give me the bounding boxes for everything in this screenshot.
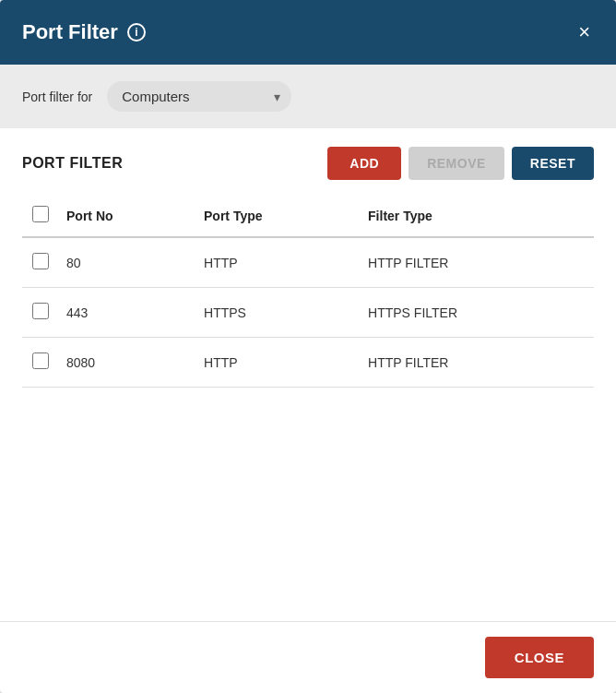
table-row: 80HTTPHTTP FILTER bbox=[22, 237, 594, 288]
table-header: Port No Port Type Filter Type bbox=[22, 195, 594, 237]
cell-port-no: 80 bbox=[59, 237, 196, 288]
table-body: 80HTTPHTTP FILTER443HTTPSHTTPS FILTER808… bbox=[22, 237, 594, 388]
col-port-no: Port No bbox=[59, 195, 196, 237]
row-checkbox-cell bbox=[22, 288, 59, 338]
port-filter-table: Port No Port Type Filter Type 80HTTPHTTP… bbox=[22, 195, 594, 388]
select-all-checkbox[interactable] bbox=[32, 206, 49, 222]
row-checkbox-cell bbox=[22, 338, 59, 388]
cell-port-type: HTTPS bbox=[196, 288, 361, 338]
modal-title-area: Port Filter i bbox=[22, 20, 146, 44]
info-icon[interactable]: i bbox=[127, 23, 146, 42]
modal-body: PORT FILTER ADD REMOVE RESET Port No Por… bbox=[0, 128, 616, 621]
port-filter-modal: Port Filter i × Port filter for Computer… bbox=[0, 0, 616, 693]
modal-footer: CLOSE bbox=[0, 621, 616, 693]
cell-port-no: 8080 bbox=[59, 338, 196, 388]
modal-header: Port Filter i × bbox=[0, 0, 616, 65]
row-checkbox-cell bbox=[22, 237, 59, 288]
col-filter-type: Filter Type bbox=[361, 195, 594, 237]
remove-button: REMOVE bbox=[409, 147, 504, 180]
filter-select-wrapper: Computers Servers Mobile Devices ▾ bbox=[107, 81, 291, 112]
filter-bar: Port filter for Computers Servers Mobile… bbox=[0, 65, 616, 128]
cell-filter-type: HTTPS FILTER bbox=[361, 288, 594, 338]
row-checkbox-0[interactable] bbox=[32, 253, 49, 269]
cell-port-type: HTTP bbox=[196, 338, 361, 388]
toolbar-buttons: ADD REMOVE RESET bbox=[327, 147, 594, 180]
port-filter-toolbar: PORT FILTER ADD REMOVE RESET bbox=[22, 147, 594, 180]
row-checkbox-1[interactable] bbox=[32, 303, 49, 319]
port-filter-section-title: PORT FILTER bbox=[22, 155, 123, 172]
close-button[interactable]: CLOSE bbox=[485, 637, 594, 678]
add-button[interactable]: ADD bbox=[327, 147, 401, 180]
filter-bar-label: Port filter for bbox=[22, 90, 92, 104]
cell-filter-type: HTTP FILTER bbox=[361, 237, 594, 288]
table-row: 443HTTPSHTTPS FILTER bbox=[22, 288, 594, 338]
select-all-checkbox-header bbox=[22, 195, 59, 237]
cell-port-no: 443 bbox=[59, 288, 196, 338]
modal-title: Port Filter bbox=[22, 20, 118, 44]
cell-filter-type: HTTP FILTER bbox=[361, 338, 594, 388]
close-x-button[interactable]: × bbox=[575, 18, 594, 46]
cell-port-type: HTTP bbox=[196, 237, 361, 288]
filter-select[interactable]: Computers Servers Mobile Devices bbox=[107, 81, 291, 112]
reset-button[interactable]: RESET bbox=[512, 147, 594, 180]
table-row: 8080HTTPHTTP FILTER bbox=[22, 338, 594, 388]
row-checkbox-2[interactable] bbox=[32, 352, 49, 369]
table-header-row: Port No Port Type Filter Type bbox=[22, 195, 594, 237]
col-port-type: Port Type bbox=[196, 195, 361, 237]
